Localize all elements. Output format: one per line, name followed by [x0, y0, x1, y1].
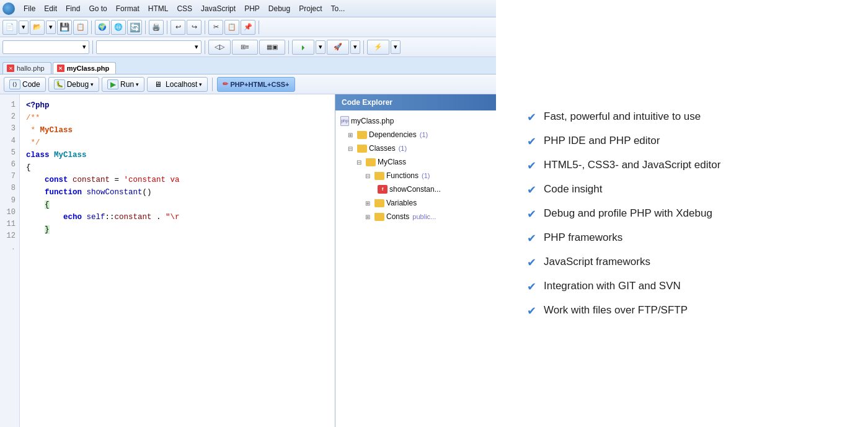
functions-count: (1) — [422, 171, 430, 181]
view-toggle[interactable]: ⊞≡ — [232, 40, 258, 55]
folder-variables-icon — [374, 199, 384, 207]
action-bar: ⟨⟩ Code 🐛 Debug ▾ ▶ Run ▾ 🖥 Localhost ▾ … — [0, 74, 496, 94]
feature-item-2: ✔ HTML5-, CSS3- and JavaScript editor — [527, 158, 837, 173]
menu-debug[interactable]: Debug — [265, 3, 294, 14]
check-icon-0: ✔ — [527, 110, 536, 124]
menu-project[interactable]: Project — [295, 3, 326, 14]
folder-dependencies-icon — [357, 131, 367, 139]
new-file-icon: 📄 — [6, 23, 14, 31]
debug-button[interactable]: 🐛 Debug ▾ — [48, 77, 99, 92]
tree-item-consts[interactable]: ⊞ Consts public... — [338, 210, 494, 223]
expand-dependencies-icon: ⊞ — [348, 130, 355, 140]
run-button[interactable]: ▶ Run ▾ — [102, 77, 144, 92]
menu-goto[interactable]: Go to — [85, 3, 110, 14]
open-file-button[interactable]: 📂 — [30, 20, 45, 35]
separator-7 — [205, 40, 205, 54]
tabs-bar: ✕ hallo.php ✕ myClass.php — [0, 57, 496, 74]
special-dropdown[interactable]: ▾ — [391, 40, 401, 54]
tab-hallo-icon: ✕ — [7, 65, 14, 72]
debug-arrow-icon: ▾ — [91, 81, 94, 88]
func-icon: f — [378, 185, 388, 194]
menu-tools[interactable]: To... — [327, 3, 349, 14]
menu-file[interactable]: File — [20, 3, 39, 14]
tab-myclass-label: myClass.php — [67, 65, 109, 72]
dependencies-count: (1) — [420, 130, 428, 140]
run-arrow-icon: ▾ — [136, 81, 139, 88]
localhost-button[interactable]: 🖥 Localhost ▾ — [147, 77, 208, 92]
update-button[interactable]: 🔄 — [127, 20, 142, 35]
check-icon-7: ✔ — [527, 280, 536, 294]
open-dropdown[interactable]: ▾ — [46, 20, 56, 34]
check-icon-1: ✔ — [527, 135, 536, 148]
menu-find[interactable]: Find — [62, 3, 84, 14]
paste-button[interactable]: 📌 — [241, 20, 255, 35]
tree-item-classes[interactable]: ⊟ Classes (1) — [338, 142, 494, 155]
scope-selector[interactable]: ▾ — [2, 40, 89, 54]
menu-php[interactable]: PHP — [241, 3, 264, 14]
dependencies-label: Dependencies — [369, 129, 417, 140]
explorer-title: Code Explorer — [342, 98, 392, 107]
cut-button[interactable]: ✂ — [208, 20, 223, 35]
special-button[interactable]: ⚡ — [367, 40, 389, 55]
separator-8 — [288, 40, 289, 54]
menu-edit[interactable]: Edit — [40, 3, 61, 14]
feature-text-7: Integration with GIT and SVN — [544, 279, 681, 293]
feature-text-3: Code insight — [544, 182, 603, 196]
menu-javascript[interactable]: JavaScript — [197, 3, 239, 14]
scope-arrow: ▾ — [82, 43, 86, 51]
save-button[interactable]: 💾 — [57, 20, 72, 35]
tab-myclass-icon: ✕ — [57, 65, 64, 72]
tab-hallo-php[interactable]: ✕ hallo.php — [2, 62, 51, 74]
copy-button[interactable]: 📋 — [224, 20, 239, 35]
separator-5 — [259, 20, 259, 34]
globe-button[interactable]: 🌍 — [95, 20, 110, 35]
tree-item-variables[interactable]: ⊞ Variables — [338, 196, 494, 210]
run-quick-button[interactable]: ⏵ — [292, 40, 314, 55]
feature-text-0: Fast, powerful and intuitive to use — [544, 110, 701, 124]
separator-action — [212, 78, 213, 91]
run-dropdown[interactable]: ▾ — [316, 40, 326, 54]
feature-item-5: ✔ PHP frameworks — [527, 231, 837, 245]
menu-bar: File Edit Find Go to Format HTML CSS Jav… — [0, 0, 496, 17]
separator-1 — [91, 20, 92, 34]
feature-text-1: PHP IDE and PHP editor — [544, 134, 660, 148]
check-icon-4: ✔ — [527, 207, 536, 221]
back-button[interactable]: ◁▷ — [208, 40, 231, 55]
undo-button[interactable]: ↩ — [170, 20, 185, 35]
tree-item-dependencies[interactable]: ⊞ Dependencies (1) — [338, 128, 494, 142]
feature-text-8: Work with files over FTP/SFTP — [544, 303, 688, 317]
globe2-button[interactable]: 🌐 — [111, 20, 126, 35]
new-dropdown[interactable]: ▾ — [19, 20, 29, 34]
tab-myclass-php[interactable]: ✕ myClass.php — [53, 62, 116, 74]
item-selector[interactable]: ▾ — [96, 40, 202, 54]
preview-button[interactable]: ▦▣ — [259, 40, 285, 55]
deploy-dropdown[interactable]: ▾ — [350, 40, 360, 54]
localhost-icon: 🖥 — [153, 79, 164, 89]
print-icon: 🖨️ — [152, 23, 161, 31]
functions-label: Functions — [386, 170, 418, 181]
print-button[interactable]: 🖨️ — [149, 20, 164, 35]
menu-css[interactable]: CSS — [173, 3, 196, 14]
folder-myclass-icon — [366, 158, 376, 166]
tree-item-showconstant[interactable]: f showConstan... — [338, 182, 494, 196]
menu-html[interactable]: HTML — [144, 3, 172, 14]
menu-format[interactable]: Format — [112, 3, 143, 14]
tree-item-myclass[interactable]: ⊟ MyClass — [338, 155, 494, 169]
profile-pill[interactable]: ✏ PHP+HTML+CSS+ — [217, 77, 294, 92]
deploy-button[interactable]: 🚀 — [327, 40, 349, 55]
code-icon: ⟨⟩ — [9, 79, 20, 89]
consts-count: public... — [412, 212, 436, 222]
feature-item-0: ✔ Fast, powerful and intuitive to use — [527, 110, 837, 124]
new-file-button[interactable]: 📄 — [2, 20, 17, 35]
tree-item-file[interactable]: php myClass.php — [338, 114, 494, 128]
folder-consts-icon — [374, 213, 384, 221]
expand-consts-icon: ⊞ — [365, 212, 373, 222]
feature-item-6: ✔ JavaScript frameworks — [527, 255, 837, 269]
save-all-button[interactable]: 📋 — [73, 20, 88, 35]
explorer-panel: Code Explorer php myClass.php ⊞ Dependen… — [335, 94, 496, 427]
tree-item-functions[interactable]: ⊟ Functions (1) — [338, 169, 494, 182]
code-button[interactable]: ⟨⟩ Code — [4, 77, 46, 92]
redo-button[interactable]: ↪ — [187, 20, 202, 35]
tab-hallo-label: hallo.php — [17, 65, 45, 72]
localhost-label: Localhost — [166, 80, 197, 89]
